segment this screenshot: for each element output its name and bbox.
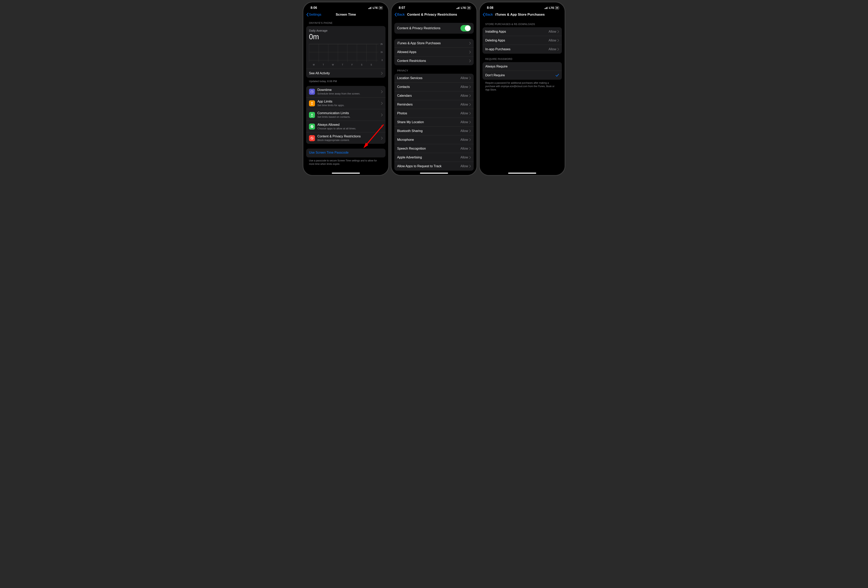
option-row-downtime[interactable]: DowntimeSchedule time away from the scre… (306, 86, 385, 97)
nav-bar: Back Content & Privacy Restrictions (391, 11, 477, 19)
row-value: Allow (461, 76, 469, 80)
nav-bar: Settings Screen Time (303, 11, 388, 19)
password-group: Always RequireDon't Require (483, 62, 562, 80)
store-row-deleting-apps[interactable]: Deleting AppsAllow (483, 36, 562, 45)
row-allowed-apps[interactable]: Allowed Apps (394, 48, 474, 56)
usage-summary-card: Daily Average 0m 2h 1h 0 M T W T F S (306, 26, 385, 78)
privacy-row-reminders[interactable]: RemindersAllow (394, 100, 474, 109)
option-subtitle: Block inappropriate content. (317, 139, 361, 141)
privacy-row-allow-apps-to-request-to-track[interactable]: Allow Apps to Request to TrackAllow (394, 162, 474, 171)
row-value: Allow (549, 47, 557, 51)
store-row-in-app-purchases[interactable]: In-app PurchasesAllow (483, 45, 562, 54)
privacy-row-calendars[interactable]: CalendarsAllow (394, 91, 474, 100)
page-title: Content & Privacy Restrictions (407, 13, 457, 17)
row-value: Allow (461, 147, 469, 150)
password-option-don-t-require[interactable]: Don't Require (483, 71, 562, 80)
toggle-card: Content & Privacy Restrictions (394, 23, 474, 34)
row-content-restrictions[interactable]: Content Restrictions (394, 56, 474, 65)
content-privacy-toggle-row[interactable]: Content & Privacy Restrictions (394, 23, 474, 34)
back-button[interactable]: Settings (306, 13, 321, 17)
row-label: Location Services (397, 76, 422, 80)
option-title: Always Allowed (317, 123, 356, 127)
chevron-right-icon (469, 121, 471, 124)
chevron-right-icon (469, 77, 471, 80)
see-all-activity-row[interactable]: See All Activity (306, 69, 385, 78)
clock-icon (309, 89, 315, 95)
svg-rect-3 (371, 7, 372, 9)
status-indicators: LTE 39 (368, 6, 383, 9)
check-icon (309, 124, 315, 130)
back-label: Back (485, 13, 493, 17)
svg-rect-1 (369, 7, 370, 9)
use-passcode-row[interactable]: Use Screen Time Passcode (306, 149, 385, 158)
password-header: REQUIRE PASSWORD (483, 54, 562, 62)
row-value: Allow (461, 94, 469, 97)
option-subtitle: Set limits based on contacts. (317, 115, 350, 118)
status-bar: 8:07 LTE 38 (391, 2, 477, 11)
home-indicator[interactable] (332, 172, 360, 174)
content-privacy-toggle[interactable] (461, 25, 471, 31)
svg-rect-11 (456, 8, 457, 9)
privacy-row-microphone[interactable]: MicrophoneAllow (394, 136, 474, 144)
password-option-always-require[interactable]: Always Require (483, 62, 562, 71)
battery-icon: 38 (555, 6, 559, 9)
option-subtitle: Choose apps to allow at all times. (317, 127, 356, 130)
option-row-app-limits[interactable]: App LimitsSet time limits for apps. (306, 97, 385, 109)
status-indicators: LTE 38 (456, 6, 471, 9)
row-label: Share My Location (397, 120, 424, 124)
privacy-row-apple-advertising[interactable]: Apple AdvertisingAllow (394, 153, 474, 162)
updated-text: Updated today, 8:06 PM (306, 78, 385, 83)
status-network: LTE (373, 6, 378, 9)
option-row-always-allowed[interactable]: Always AllowedChoose apps to allow at al… (306, 121, 385, 133)
row-label: Reminders (397, 103, 413, 106)
phone-itunes-purchases: 8:08 LTE 38 Back iTunes & App Store Purc… (479, 1, 565, 176)
option-row-communication-limits[interactable]: Communication LimitsSet limits based on … (306, 109, 385, 121)
status-bar: 8:08 LTE 38 (480, 2, 565, 11)
privacy-row-contacts[interactable]: ContactsAllow (394, 83, 474, 91)
signal-icon (368, 7, 372, 9)
svg-rect-12 (458, 7, 458, 9)
privacy-row-location-services[interactable]: Location ServicesAllow (394, 74, 474, 83)
row-itunes-app-store-purchases[interactable]: iTunes & App Store Purchases (394, 39, 474, 48)
row-label: Deleting Apps (485, 39, 505, 42)
row-value: Allow (461, 112, 469, 115)
option-row-content-privacy-restrictions[interactable]: Content & Privacy RestrictionsBlock inap… (306, 133, 385, 144)
back-label: Back (397, 13, 405, 17)
option-title: Content & Privacy Restrictions (317, 134, 361, 138)
privacy-row-speech-recognition[interactable]: Speech RecognitionAllow (394, 144, 474, 153)
row-label: Apple Advertising (397, 156, 422, 159)
privacy-row-share-my-location[interactable]: Share My LocationAllow (394, 118, 474, 127)
status-network: LTE (461, 6, 466, 9)
battery-icon: 39 (379, 6, 383, 9)
row-label: Contacts (397, 85, 410, 89)
chevron-right-icon (381, 72, 383, 75)
option-title: App Limits (317, 100, 344, 103)
privacy-row-photos[interactable]: PhotosAllow (394, 109, 474, 118)
svg-rect-0 (368, 8, 369, 9)
store-header: STORE PURCHASES & RE-DOWNLOADS (483, 19, 562, 27)
status-network: LTE (549, 6, 554, 9)
signal-icon (456, 7, 460, 9)
privacy-group: Location ServicesAllowContactsAllowCalen… (394, 74, 474, 171)
chevron-right-icon (381, 137, 383, 140)
option-label: Don't Require (485, 74, 505, 77)
privacy-row-bluetooth-sharing[interactable]: Bluetooth SharingAllow (394, 127, 474, 136)
svg-rect-2 (370, 7, 371, 9)
store-group: Installing AppsAllowDeleting AppsAllowIn… (483, 27, 562, 54)
store-row-installing-apps[interactable]: Installing AppsAllow (483, 27, 562, 36)
phone-screen-time: 8:06 LTE 39 Settings Screen Time ONYINYE… (303, 1, 389, 176)
chevron-right-icon (469, 130, 471, 133)
svg-rect-14 (459, 7, 460, 9)
svg-rect-15 (545, 8, 545, 9)
row-value: Allow (461, 103, 469, 106)
row-label: Speech Recognition (397, 147, 426, 150)
home-indicator[interactable] (420, 172, 448, 174)
chevron-right-icon (469, 139, 471, 141)
back-button[interactable]: Back (483, 13, 493, 17)
back-button[interactable]: Back (394, 13, 405, 17)
home-indicator[interactable] (508, 172, 536, 174)
status-bar: 8:06 LTE 39 (303, 2, 388, 11)
chevron-right-icon (469, 51, 471, 53)
chevron-left-icon (483, 13, 485, 17)
screen-time-options: DowntimeSchedule time away from the scre… (306, 86, 385, 144)
